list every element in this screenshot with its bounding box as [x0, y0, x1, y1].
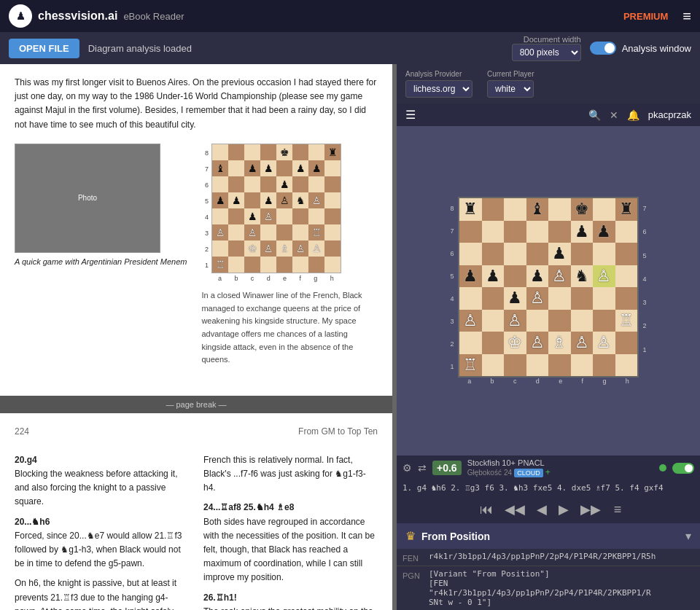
as-g5: ♙ — [593, 265, 615, 288]
from-position-header[interactable]: ♛ From Position ▾ — [397, 523, 700, 549]
sq-a1: ♖ — [212, 257, 228, 273]
chess-diagram-wrapper: 87654321 ♚ ♜ — [201, 144, 378, 372]
nav-prev-button[interactable]: ◀ — [532, 500, 551, 519]
sq-d6 — [260, 176, 276, 192]
sq-b7 — [228, 160, 244, 176]
bell-icon[interactable]: 🔔 — [627, 109, 639, 121]
as-a1: ♖ — [459, 354, 482, 377]
analysis-provider-select[interactable]: lichess.org chess.com — [405, 80, 472, 98]
as-c6 — [504, 243, 526, 265]
sq-c8 — [244, 144, 260, 160]
sq-c4: ♟ — [244, 208, 260, 224]
premium-badge[interactable]: PREMIUM — [623, 11, 668, 22]
engine-active-indicator — [659, 464, 666, 472]
as-d4: ♙ — [526, 287, 549, 310]
sq-h2 — [324, 241, 341, 257]
sq-e6: ♟ — [276, 176, 292, 192]
mini-board-container: 87654321 ♚ ♜ — [201, 144, 378, 284]
sq-g4 — [308, 208, 324, 224]
as-d7 — [526, 221, 549, 243]
as-f2: ♙ — [571, 332, 594, 354]
as-e3 — [548, 310, 571, 332]
nav-more-button[interactable]: ≡ — [614, 502, 622, 517]
as-c5 — [504, 265, 526, 288]
sq-h3 — [324, 224, 341, 241]
as-f3 — [571, 310, 594, 332]
app-header: ♟ chessvision.ai eBook Reader PREMIUM ≡ — [0, 0, 700, 32]
current-player-label: Current Player — [487, 70, 534, 78]
as-e8 — [548, 198, 571, 221]
sq-c1 — [244, 257, 260, 273]
nav-prev-fast-button[interactable]: ◀◀ — [500, 500, 529, 519]
right-move2-text: Both sides have regrouped in accordance … — [203, 515, 378, 585]
lichess-icons: 🔍 ✕ 🔔 pkacprzak — [421, 109, 691, 121]
doc-width-select[interactable]: 800 pixels 600 pixels 700 pixels 900 pix… — [512, 44, 581, 61]
document-area[interactable]: This was my first longer visit to Buenos… — [0, 64, 392, 610]
photo-left: Photo A quick game with Argentinian Pres… — [15, 144, 187, 372]
current-player-group: Current Player white black — [487, 70, 534, 98]
lichess-username[interactable]: pkacprzak — [648, 109, 691, 120]
as-g6 — [593, 243, 615, 265]
sq-c6 — [244, 176, 260, 192]
as-b2 — [482, 332, 505, 354]
as-h2 — [615, 332, 638, 354]
sq-c5 — [244, 192, 260, 208]
rank-labels: 87654321 — [201, 145, 211, 273]
sq-h7 — [324, 160, 341, 176]
sq-f5: ♞ — [292, 192, 308, 208]
as-g1 — [593, 354, 615, 377]
lichess-hamburger-icon[interactable]: ☰ — [405, 108, 416, 122]
nav-next-fast-button[interactable]: ▶▶ — [576, 500, 605, 519]
as-f8: ♚ — [571, 198, 594, 221]
hamburger-menu-icon[interactable]: ≡ — [682, 8, 691, 25]
nav-next-button[interactable]: ▶ — [554, 500, 573, 519]
fen-row: FEN r4k1r/3b1pp1/4p3/pp1pPnP/2pP4/P1P4R/… — [397, 549, 700, 566]
open-file-button[interactable]: OPEN FILE — [9, 39, 79, 58]
as-a8: ♜ — [459, 198, 482, 221]
rank-coords-right: 7654321 — [639, 197, 650, 378]
engine-toggle[interactable] — [672, 463, 694, 474]
as-c7 — [504, 221, 526, 243]
right-move3-text: The rook enjoys the greatest mobility on… — [203, 605, 378, 610]
sq-f2: ♙ — [292, 241, 308, 257]
mini-board-row: 87654321 ♚ ♜ — [201, 144, 378, 273]
cloud-badge: CLOUD — [514, 469, 543, 477]
as-d6 — [526, 243, 549, 265]
analysis-window-toggle[interactable] — [590, 42, 616, 55]
close-icon[interactable]: ✕ — [610, 109, 618, 121]
sq-e1 — [276, 257, 292, 273]
as-f5: ♞ — [571, 265, 594, 288]
flip-board-icon[interactable]: ⇄ — [418, 462, 427, 474]
doc-page2: 224 From GM to Top Ten 20.g4 Blocking th… — [0, 413, 392, 610]
sq-a5: ♟ — [212, 192, 228, 208]
nav-start-button[interactable]: ⏮ — [475, 501, 497, 519]
cloud-plus-icon: + — [545, 467, 551, 477]
as-e1 — [548, 354, 571, 377]
current-player-select[interactable]: white black — [487, 80, 534, 98]
analysis-chess-board[interactable]: ♜ ♝ ♚ ♜ — [458, 197, 639, 378]
as-b7 — [482, 221, 505, 243]
as-c3: ♙ — [504, 310, 526, 332]
doc-width-label: Document width — [524, 35, 581, 44]
as-h6 — [615, 243, 638, 265]
as-c8 — [504, 198, 526, 221]
photo-box: Photo — [15, 144, 160, 253]
analysis-window-label: Analysis window — [622, 43, 691, 54]
logo-container: ♟ chessvision.ai eBook Reader — [9, 4, 184, 28]
sq-e8: ♚ — [276, 144, 292, 160]
sq-f1 — [292, 257, 308, 273]
right-move2-head: 24...♖af8 25.♞h4 ♗e8 — [203, 501, 378, 515]
file-labels: abcdefgh — [211, 273, 340, 284]
analysis-settings: Analysis Provider lichess.org chess.com … — [397, 64, 700, 103]
pgn-row: PGN [Variant "From Position"] [FEN "r4k1… — [397, 566, 700, 610]
main-content: This was my first longer visit to Buenos… — [0, 64, 700, 610]
board-settings-icon[interactable]: ⚙ — [402, 462, 412, 474]
as-a6 — [459, 243, 482, 265]
fen-value: r4k1r/3b1pp1/4p3/pp1pPnP/2pP4/P1P4R/2PKB… — [429, 552, 656, 561]
pgn-value: [Variant "From Position"] [FEN "r4k1r/3b… — [429, 569, 651, 607]
sq-b2 — [228, 241, 244, 257]
engine-toggle-knob — [685, 464, 693, 472]
sq-b4 — [228, 208, 244, 224]
move-20g4-head: 20.g4 — [15, 453, 189, 467]
search-icon[interactable]: 🔍 — [588, 109, 601, 121]
